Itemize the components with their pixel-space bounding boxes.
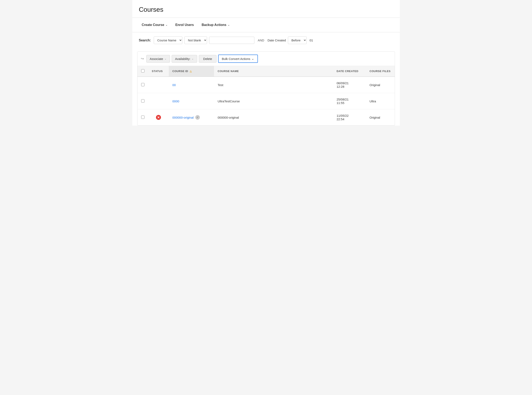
backup-actions-label: Backup Actions — [202, 23, 226, 27]
course-id-link[interactable]: 00 — [172, 83, 176, 87]
course-id-link[interactable]: 000000-original — [172, 116, 194, 119]
create-course-chevron-icon: ⌄ — [166, 23, 167, 26]
row-coursename-cell: UltraTestCourse — [214, 93, 333, 109]
course-id-wrapper: 000000-original✓ — [172, 115, 210, 120]
toolbar: Create Course ⌄ Enrol Users Backup Actio… — [132, 18, 400, 32]
table-row: ✕000000-original✓000000-original11/05/22… — [137, 109, 395, 126]
page-header: Courses — [132, 0, 400, 18]
delete-label: Delete — [203, 57, 212, 60]
page-container: Courses Create Course ⌄ Enrol Users Back… — [132, 0, 400, 126]
th-datecreated[interactable]: DATE CREATED — [333, 66, 366, 77]
row-courseid-cell: 00 — [169, 77, 214, 93]
course-id-wrapper: 0000 — [172, 99, 210, 103]
row-status-cell — [148, 77, 169, 93]
search-date-value: 01 — [309, 37, 314, 44]
th-datecreated-label: DATE CREATED — [337, 70, 359, 73]
row-status-cell: ✕ — [148, 109, 169, 126]
backup-actions-button[interactable]: Backup Actions ⌄ — [199, 22, 233, 28]
search-bar: Search: Course Name Course ID Descriptio… — [132, 32, 400, 48]
row-coursefiles: Original — [370, 83, 380, 87]
row-coursefiles: Original — [370, 116, 380, 119]
table-row: 00Test06/09/21 12:28Original — [137, 77, 395, 93]
status-error-icon: ✕ — [156, 115, 161, 120]
row-coursename: UltraTestCourse — [218, 99, 240, 103]
th-coursename-label: COURSE NAME — [218, 70, 239, 73]
delete-button[interactable]: Delete — [199, 55, 216, 63]
course-id-link[interactable]: 0000 — [172, 99, 179, 103]
table-row: 0000UltraTestCourse25/08/21 11:55Ultra — [137, 93, 395, 109]
sort-asc-icon: △ — [190, 70, 192, 73]
th-courseid[interactable]: COURSE ID △ — [169, 66, 214, 77]
row-checkbox-cell — [137, 109, 148, 126]
th-status-label: STATUS — [152, 70, 163, 73]
row-datecreated: 25/08/21 11:55 — [337, 98, 349, 105]
select-all-checkbox[interactable] — [141, 69, 145, 72]
associate-button[interactable]: Associate ⌄ — [146, 55, 170, 63]
table-header-row: STATUS COURSE ID △ COURSE NAME DATE CREA… — [137, 66, 395, 77]
row-datecreated-cell: 25/08/21 11:55 — [333, 93, 366, 109]
page-title: Courses — [139, 6, 393, 13]
row-coursename: Test — [218, 83, 224, 87]
row-coursefiles-cell: Original — [366, 77, 395, 93]
row-datecreated-cell: 11/05/22 22:54 — [333, 109, 366, 126]
bulk-convert-label: Bulk Convert Actions — [222, 57, 250, 60]
row-coursefiles-cell: Ultra — [366, 93, 395, 109]
backup-actions-chevron-icon: ⌄ — [228, 23, 230, 26]
row-status-cell — [148, 93, 169, 109]
row-courseid-cell: 000000-original✓ — [169, 109, 214, 126]
create-course-label: Create Course — [142, 23, 164, 27]
row-datecreated: 11/05/22 22:54 — [337, 114, 349, 121]
course-id-wrapper: 00 — [172, 83, 210, 87]
table-container: ↪ Associate ⌄ Availability: ⌄ Delete Bul… — [137, 51, 395, 126]
search-field-select[interactable]: Course Name Course ID Description — [154, 36, 182, 44]
courses-table: STATUS COURSE ID △ COURSE NAME DATE CREA… — [137, 66, 395, 126]
associate-label: Associate — [150, 57, 163, 60]
enrol-users-button[interactable]: Enrol Users — [172, 22, 197, 28]
search-label: Search: — [139, 38, 151, 42]
row-coursename-cell: Test — [214, 77, 333, 93]
create-course-button[interactable]: Create Course ⌄ — [139, 22, 170, 28]
th-coursefiles-label: COURSE FILES — [370, 70, 391, 73]
th-checkbox — [137, 66, 148, 77]
row-courseid-cell: 0000 — [169, 93, 214, 109]
search-date-condition-select[interactable]: Before After On — [288, 36, 307, 44]
row-checkbox-cell — [137, 93, 148, 109]
row-coursename: 000000-original — [218, 116, 239, 119]
row-checkbox-cell — [137, 77, 148, 93]
row-coursefiles: Ultra — [370, 99, 376, 103]
search-and-label: AND — [258, 38, 264, 42]
enrol-users-label: Enrol Users — [175, 23, 194, 27]
bulk-convert-actions-button[interactable]: Bulk Convert Actions ⌄ — [218, 55, 258, 63]
row-coursefiles-cell: Original — [366, 109, 395, 126]
bulk-convert-chevron-icon: ⌄ — [252, 57, 254, 60]
availability-button[interactable]: Availability: ⌄ — [172, 55, 197, 63]
search-condition-select[interactable]: Not blank Contains Equals — [184, 36, 207, 44]
search-date-label: Date Created — [268, 38, 286, 42]
row-checkbox[interactable] — [141, 99, 145, 103]
bulk-arrow-icon: ↪ — [141, 56, 144, 61]
search-input[interactable] — [209, 37, 254, 44]
th-coursefiles[interactable]: COURSE FILES — [366, 66, 395, 77]
row-coursename-cell: 000000-original — [214, 109, 333, 126]
row-checkbox[interactable] — [141, 83, 145, 86]
row-checkbox[interactable] — [141, 115, 145, 119]
row-datecreated-cell: 06/09/21 12:28 — [333, 77, 366, 93]
th-coursename[interactable]: COURSE NAME — [214, 66, 333, 77]
availability-label: Availability: — [175, 57, 191, 60]
th-courseid-label: COURSE ID — [172, 70, 188, 73]
bulk-actions-bar: ↪ Associate ⌄ Availability: ⌄ Delete Bul… — [137, 52, 395, 66]
th-status: STATUS — [148, 66, 169, 77]
availability-chevron-icon: ⌄ — [192, 57, 194, 60]
row-datecreated: 06/09/21 12:28 — [337, 81, 349, 88]
course-id-badge-icon: ✓ — [195, 115, 200, 120]
associate-chevron-icon: ⌄ — [164, 57, 167, 60]
